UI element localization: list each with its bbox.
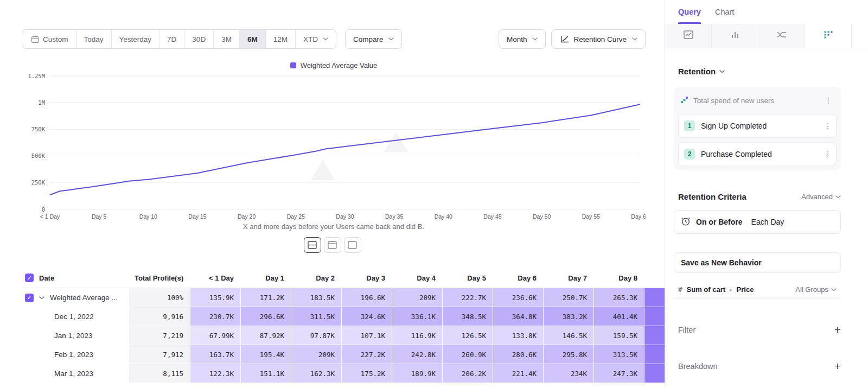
total-profiles-cell: 7,219 [129, 326, 190, 345]
tab-query[interactable]: Query [678, 0, 701, 24]
retention-value: 97.87K [310, 332, 335, 340]
layout-table-only-view[interactable] [344, 237, 361, 253]
row-label-weighted-average[interactable]: ✓Weighted Average ... [22, 288, 129, 307]
retention-value: 122.3K [209, 370, 234, 378]
retention-value: 247.3K [613, 370, 637, 378]
retention-value: 209K [318, 351, 335, 359]
column-header-day-2[interactable]: Day 2 [291, 268, 341, 288]
all-groups-dropdown[interactable]: All Groups [795, 285, 837, 294]
layout-split-view[interactable] [304, 237, 321, 253]
insights-icon [684, 30, 693, 41]
tab-chart[interactable]: Chart [715, 0, 734, 24]
layout-toggles [0, 237, 665, 253]
range-30d[interactable]: 30D [184, 30, 213, 48]
row-label-mar-1-2023[interactable]: Mar 1, 2023 [22, 364, 129, 383]
range-12m[interactable]: 12M [265, 30, 295, 48]
y-axis-tick-label: 500K [31, 152, 46, 159]
retention-value: 151.1K [260, 370, 284, 378]
retention-value: 163.7K [209, 351, 234, 359]
retention-value-cell: 151.1K [240, 364, 291, 383]
column-header-day-5[interactable]: Day 5 [442, 268, 493, 288]
toolbar-right: Month Retention Curve [499, 29, 646, 49]
range-3m[interactable]: 3M [213, 30, 239, 48]
behavior-step-1[interactable]: 1Sign Up Completed⋮ [678, 114, 837, 138]
x-axis-tick-label: Day 10 [139, 213, 157, 220]
behavior-steps-icon [680, 96, 688, 105]
add-filter-button[interactable]: + [834, 324, 841, 335]
flows-report-tile[interactable] [758, 24, 805, 48]
funnels-report-tile[interactable] [712, 24, 758, 48]
range-today[interactable]: Today [76, 30, 111, 48]
column-header-1-day[interactable]: < 1 Day [190, 268, 240, 288]
add-breakdown-button[interactable]: + [834, 360, 841, 372]
row-label-jan-1-2023[interactable]: Jan 1, 2023 [22, 326, 129, 345]
x-axis-tick-label: Day 50 [533, 213, 551, 220]
advanced-dropdown[interactable]: Advanced [801, 193, 841, 201]
retention-value: 324.6K [361, 313, 385, 321]
behavior-card-header[interactable]: Total spend of new users ⋮ [678, 91, 837, 110]
retention-value-cell: 230.7K [190, 307, 240, 326]
retention-section-heading[interactable]: Retention [674, 67, 841, 76]
select-all-checkbox[interactable]: ✓ [25, 273, 34, 282]
retention-value-cell: 171.2K [240, 288, 291, 307]
sidebar-content: Retention Total spend of new users ⋮ 1Si… [665, 67, 868, 372]
range-yesterday[interactable]: Yesterday [111, 30, 159, 48]
retention-value-cell: 116.9K [392, 326, 442, 345]
total-profiles-value: 7,219 [163, 332, 183, 340]
row-checkbox[interactable]: ✓ [25, 294, 34, 302]
column-header-total-profile-s[interactable]: Total Profile(s) [129, 268, 190, 288]
retention-value-cell: 162.3K [291, 364, 341, 383]
retention-value-cell: 97.87K [291, 326, 341, 345]
behavior-card: Total spend of new users ⋮ 1Sign Up Comp… [674, 87, 841, 170]
chart-legend[interactable]: Weighted Average Value [22, 61, 646, 69]
retention-value-cell: 135.9K [190, 288, 240, 307]
column-header-day-8[interactable]: Day 8 [593, 268, 644, 288]
table-row: Jan 1, 20237,21967.99K87.92K97.87K107.1K… [22, 326, 665, 345]
retention-value-cell: 296.6K [240, 307, 291, 326]
column-header-day-1[interactable]: Day 1 [240, 268, 291, 288]
range-label: 6M [247, 35, 258, 43]
compare-button[interactable]: Compare [345, 29, 403, 49]
retention-value: 189.9K [411, 370, 436, 378]
column-header-day-3[interactable]: Day 3 [341, 268, 392, 288]
save-behavior-button[interactable]: Save as New Behavior [674, 252, 841, 273]
column-header-label: Day 1 [265, 274, 284, 282]
behavior-title: Total spend of new users [693, 97, 774, 105]
behavior-step-2[interactable]: 2Purchase Completed⋮ [678, 142, 837, 166]
column-header-date[interactable]: ✓Date [22, 268, 129, 288]
column-header-day-4[interactable]: Day 4 [392, 268, 442, 288]
range-xtd[interactable]: XTD [295, 30, 336, 48]
retention-report-tile[interactable] [805, 24, 852, 48]
row-label-feb-1-2023[interactable]: Feb 1, 2023 [22, 345, 129, 364]
row-label-dec-1-2022[interactable]: Dec 1, 2022 [22, 307, 129, 326]
insights-report-tile[interactable] [665, 24, 712, 48]
overflow-value-cell [644, 288, 665, 307]
retention-value-cell: 195.4K [240, 345, 291, 364]
kebab-menu-icon[interactable]: ⋮ [822, 122, 834, 130]
y-axis-tick-label: 750K [31, 126, 46, 132]
retention-chart: 0250K500K750K1M1.25M< 1 DayDay 5Day 10Da… [22, 71, 646, 224]
retention-condition[interactable]: On or Before Each Day [674, 210, 841, 234]
y-axis-tick-label: 1.25M [28, 73, 45, 79]
retention-value: 295.8K [563, 351, 587, 359]
kebab-menu-icon[interactable]: ⋮ [822, 150, 834, 158]
retention-value-cell: 196.6K [341, 288, 392, 307]
expand-chevron-icon[interactable] [39, 296, 44, 300]
column-header-day-7[interactable]: Day 7 [543, 268, 593, 288]
granularity-button[interactable]: Month [499, 29, 546, 49]
retention-value-cell: 265.3K [593, 288, 644, 307]
range-6m[interactable]: 6M [239, 30, 265, 48]
legend-swatch [290, 62, 296, 68]
layout-chart-top-view[interactable] [324, 237, 341, 253]
chart-type-button[interactable]: Retention Curve [551, 29, 646, 49]
y-axis-tick-label: 1M [38, 99, 45, 106]
retention-value: 133.8K [512, 332, 537, 340]
measure-row[interactable]: # Sum of cart ▸ Price All Groups [674, 281, 841, 299]
kebab-menu-icon[interactable]: ⋮ [822, 96, 834, 105]
retention-value-cell: 234K [543, 364, 593, 383]
range-custom[interactable]: Custom [22, 30, 76, 48]
column-header-day-6[interactable]: Day 6 [493, 268, 543, 288]
retention-value: 311.5K [310, 313, 335, 321]
range-7d[interactable]: 7D [159, 30, 184, 48]
measure-property-label: Price [737, 285, 754, 294]
